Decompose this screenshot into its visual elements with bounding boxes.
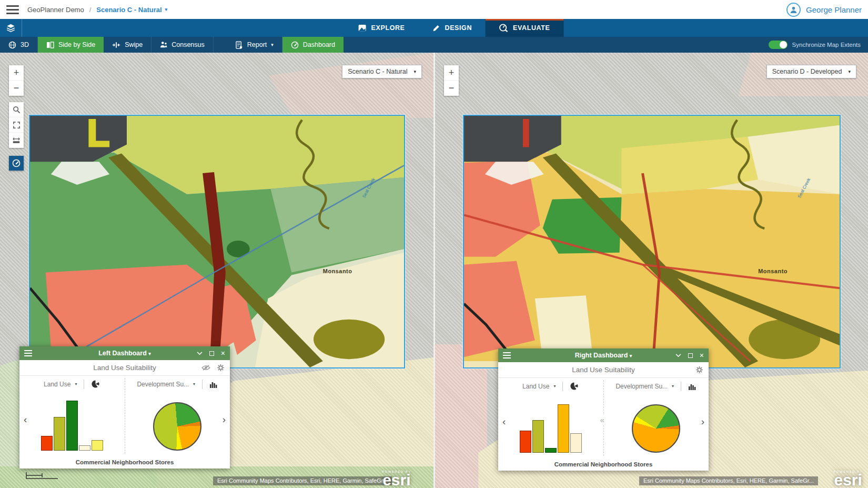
layers-icon <box>6 23 16 33</box>
maximize-icon[interactable] <box>688 353 693 358</box>
bar-chart-icon[interactable] <box>209 381 218 388</box>
dashboard-tool-button[interactable] <box>9 156 24 171</box>
gear-icon[interactable] <box>217 364 225 372</box>
widget-title: Land Use Suitability <box>93 364 156 372</box>
map-pane-divider <box>433 53 435 488</box>
caret-down-icon: ▾ <box>672 384 674 389</box>
eye-slash-icon[interactable] <box>201 364 210 371</box>
zoom-out-button[interactable]: − <box>444 81 459 96</box>
widget-title: Land Use Suitability <box>572 366 634 374</box>
close-icon[interactable]: × <box>221 350 225 357</box>
search-icon[interactable] <box>9 102 24 117</box>
panel-window-controls: × <box>197 350 225 357</box>
consensus-icon <box>160 41 167 48</box>
pie-chart-icon[interactable] <box>91 380 100 389</box>
minimize-icon[interactable] <box>675 354 681 357</box>
minimize-icon[interactable] <box>197 352 203 355</box>
carousel-next[interactable]: › <box>223 414 226 425</box>
left-dashboard-panel: Left Dashboard ▾ × Land Use Suitability … <box>19 346 230 469</box>
place-label: Monsanto <box>758 268 788 275</box>
3d-button[interactable]: 3D <box>0 37 38 53</box>
maximize-icon[interactable] <box>209 351 214 356</box>
caret-down-icon: ▾ <box>630 353 632 358</box>
carousel-prev[interactable]: ‹ <box>502 416 506 427</box>
full-extent-icon[interactable] <box>9 117 24 133</box>
caret-down-icon: ▾ <box>193 382 195 386</box>
tab-explore[interactable]: EXPLORE <box>345 19 419 37</box>
explore-icon <box>358 24 367 32</box>
chart-select[interactable]: Development Su... <box>615 383 668 390</box>
map-tools <box>9 102 24 148</box>
caret-down-icon: ▾ <box>75 382 77 386</box>
dashboard-button[interactable]: Dashboard <box>282 37 344 53</box>
zoom-out-button[interactable]: − <box>9 81 24 96</box>
chart-select[interactable]: Land Use <box>44 381 70 388</box>
panel-menu-icon[interactable] <box>24 350 32 356</box>
toolbar-right: Synchronize Map Extents <box>769 37 868 53</box>
land-use-bar-chart <box>19 401 125 451</box>
synchronize-toggle[interactable] <box>769 41 788 49</box>
chart-select[interactable]: Development Su... <box>137 381 189 388</box>
right-scenario-select[interactable]: Scenario D - Developed ▾ <box>766 65 856 78</box>
tab-design[interactable]: DESIGN <box>419 19 486 37</box>
synchronize-label: Synchronize Map Extents <box>792 42 861 48</box>
esri-logo: POWERED BY esri <box>833 470 863 487</box>
panel-window-controls: × <box>675 352 704 359</box>
tab-evaluate[interactable]: EVALUATE <box>486 19 563 37</box>
breadcrumb-separator: / <box>89 6 92 14</box>
nav-bar: EXPLORE DESIGN EVALUATE <box>0 19 868 37</box>
measure-icon[interactable] <box>9 133 24 148</box>
pie-chart-icon[interactable] <box>570 382 579 391</box>
carousel-prev[interactable]: ‹ <box>24 414 27 425</box>
dashboard-gauge-icon <box>12 159 21 167</box>
development-chart-cell: Development Su... ▾ <box>125 376 230 456</box>
swipe-icon <box>112 42 120 48</box>
globe-icon <box>8 41 16 49</box>
chart-caption: Commercial Neighborhood Stores <box>498 458 709 471</box>
widget-header: Land Use Suitability <box>498 362 709 378</box>
chart-caption: Commercial Neighborhood Stores <box>19 456 230 469</box>
gear-icon[interactable] <box>695 366 703 374</box>
menu-icon[interactable] <box>6 5 19 14</box>
panel-menu-icon[interactable] <box>503 352 511 358</box>
right-dashboard-header: Right Dashboard ▾ × <box>498 348 709 362</box>
right-map-pane[interactable]: Monsanto Seal Creek + − Scenario D - Dev… <box>435 53 868 488</box>
bar-chart-icon[interactable] <box>688 383 697 390</box>
scale-bar <box>25 471 59 482</box>
left-dashboard-header: Left Dashboard ▾ × <box>19 346 230 360</box>
place-label: Monsanto <box>323 268 352 275</box>
left-scenario-select[interactable]: Scenario C - Natural ▾ <box>342 65 422 78</box>
app-header: GeoPlanner Demo / Scenario C - Natural ▾… <box>0 0 868 19</box>
land-use-chart-cell: Land Use ▾ <box>498 378 603 458</box>
caret-down-icon: ▾ <box>413 69 416 74</box>
caret-down-icon: ▾ <box>165 7 168 12</box>
swipe-button[interactable]: Swipe <box>104 37 152 53</box>
chart-select[interactable]: Land Use <box>522 383 549 390</box>
right-dashboard-panel: Right Dashboard ▾ × Land Use Suitability… <box>498 348 709 471</box>
left-map-pane[interactable]: Monsanto Seal Creek + − Scenario C - Nat… <box>0 53 433 488</box>
scenario-extent-right[interactable]: Monsanto Seal Creek <box>463 115 841 369</box>
side-by-side-button[interactable]: Side by Side <box>38 37 104 53</box>
charts-row: ‹ Land Use ▾ « Development Su... <box>498 378 709 458</box>
scenario-extent-left[interactable]: Monsanto Seal Creek <box>29 115 405 369</box>
charts-row: ‹ Land Use ▾ Development Su... ▾ <box>19 376 230 456</box>
land-use-bar-chart <box>498 404 603 453</box>
report-icon <box>236 41 243 49</box>
report-button[interactable]: Report ▾ <box>227 37 282 53</box>
attribution: Esri Community Maps Contributors, Esri, … <box>213 476 392 485</box>
breadcrumb-scenario-link[interactable]: Scenario C - Natural ▾ <box>96 6 167 14</box>
zoom-in-button[interactable]: + <box>9 65 24 81</box>
caret-down-icon: ▾ <box>553 384 556 389</box>
user-name: George Planner <box>806 5 862 14</box>
caret-down-icon: ▾ <box>848 69 851 74</box>
close-icon[interactable]: × <box>700 352 704 359</box>
user-area[interactable]: George Planner <box>786 3 862 17</box>
pencil-icon <box>432 24 440 32</box>
caret-down-icon: ▾ <box>271 43 274 47</box>
zoom-in-button[interactable]: + <box>444 65 459 81</box>
layers-button[interactable] <box>0 19 22 37</box>
caret-down-icon: ▾ <box>148 351 151 356</box>
attribution: Esri Community Maps Contributors, Esri, … <box>639 476 818 485</box>
consensus-button[interactable]: Consensus <box>152 37 214 53</box>
carousel-next[interactable]: › <box>701 416 704 427</box>
